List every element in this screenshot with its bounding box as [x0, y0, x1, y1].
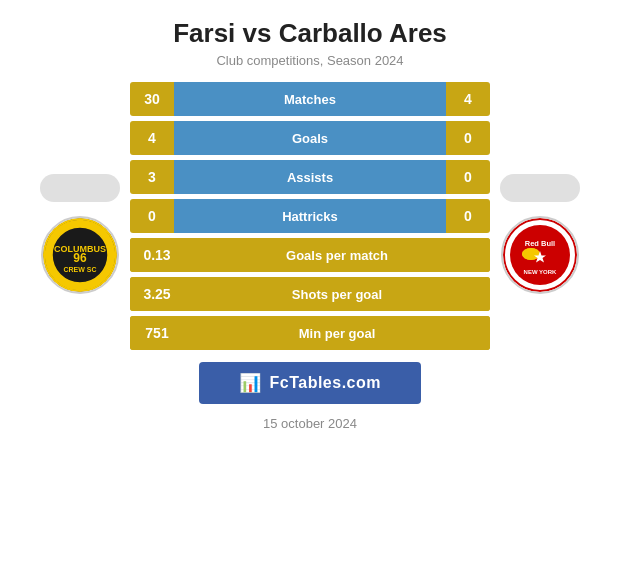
stat-row-shots-per-goal: 3.25 Shots per goal	[130, 277, 490, 311]
assists-label: Assists	[174, 160, 446, 194]
min-per-goal-val: 751	[130, 316, 184, 350]
hattricks-label: Hattricks	[174, 199, 446, 233]
svg-text:NEW YORK: NEW YORK	[524, 269, 558, 275]
fctables-icon: 📊	[239, 372, 262, 394]
page-wrapper: Farsi vs Carballo Ares Club competitions…	[0, 0, 620, 580]
left-team-area: COLUMBUS 96 CREW SC	[30, 139, 130, 294]
matches-label: Matches	[174, 82, 446, 116]
columbus-crew-icon: COLUMBUS 96 CREW SC	[43, 218, 117, 292]
fctables-banner[interactable]: 📊 FcTables.com	[199, 362, 421, 404]
goals-left-val: 4	[130, 121, 174, 155]
redbull-new-york-icon: Red Bull NEW YORK	[503, 218, 577, 292]
assists-left-val: 3	[130, 160, 174, 194]
stat-row-goals: 4 Goals 0	[130, 121, 490, 155]
stats-area: 30 Matches 4 4 Goals 0 3 Assists 0 0 Hat…	[130, 82, 490, 350]
hattricks-left-val: 0	[130, 199, 174, 233]
matches-right-val: 4	[446, 82, 490, 116]
goals-right-val: 0	[446, 121, 490, 155]
goals-label: Goals	[174, 121, 446, 155]
goals-per-match-label: Goals per match	[184, 238, 490, 272]
page-subtitle: Club competitions, Season 2024	[216, 53, 403, 68]
stat-row-goals-per-match: 0.13 Goals per match	[130, 238, 490, 272]
shots-per-goal-val: 3.25	[130, 277, 184, 311]
stat-row-matches: 30 Matches 4	[130, 82, 490, 116]
stat-row-min-per-goal: 751 Min per goal	[130, 316, 490, 350]
footer-date: 15 october 2024	[263, 416, 357, 431]
shots-per-goal-label: Shots per goal	[184, 277, 490, 311]
hattricks-right-val: 0	[446, 199, 490, 233]
left-team-logo: COLUMBUS 96 CREW SC	[41, 216, 119, 294]
svg-text:96: 96	[73, 251, 87, 265]
left-pill-decoration	[40, 174, 120, 202]
stat-row-assists: 3 Assists 0	[130, 160, 490, 194]
fctables-label: FcTables.com	[269, 374, 381, 392]
right-pill-decoration	[500, 174, 580, 202]
right-team-area: Red Bull NEW YORK	[490, 139, 590, 294]
goals-per-match-val: 0.13	[130, 238, 184, 272]
page-title: Farsi vs Carballo Ares	[173, 18, 447, 49]
svg-text:CREW SC: CREW SC	[63, 266, 96, 273]
right-team-logo: Red Bull NEW YORK	[501, 216, 579, 294]
matches-left-val: 30	[130, 82, 174, 116]
assists-right-val: 0	[446, 160, 490, 194]
svg-text:Red Bull: Red Bull	[525, 239, 555, 248]
main-content: COLUMBUS 96 CREW SC 30 Matches 4 4 Goals…	[10, 82, 610, 350]
min-per-goal-label: Min per goal	[184, 316, 490, 350]
svg-point-10	[522, 248, 540, 260]
stat-row-hattricks: 0 Hattricks 0	[130, 199, 490, 233]
